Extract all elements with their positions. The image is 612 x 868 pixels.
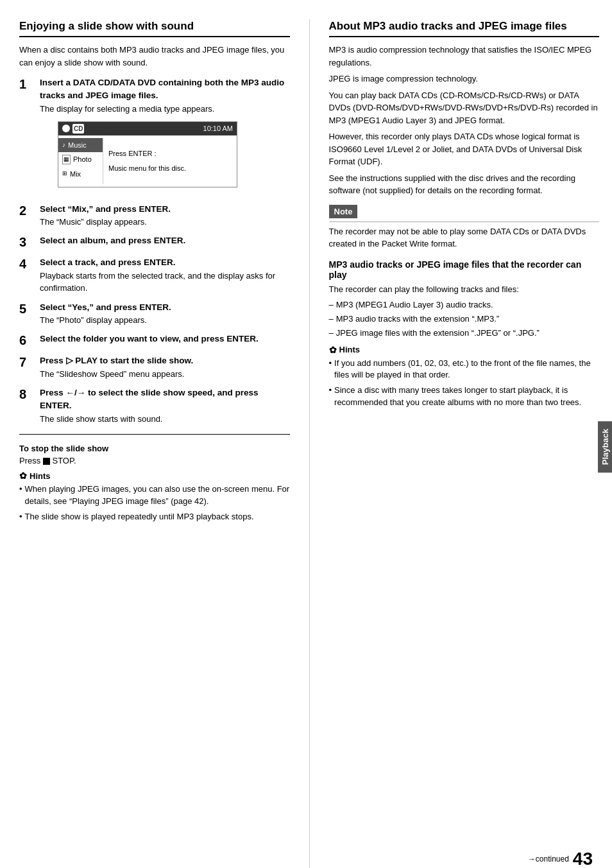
step-5-desc: The “Photo” display appears. <box>40 315 147 325</box>
display-menu-area: ♪ Music ▦ Photo ⊞ Mix <box>58 135 237 187</box>
right-hint-2: Since a disc with many trees takes longe… <box>329 385 600 409</box>
menu-music-label: Music <box>68 140 87 151</box>
step-3-title: Select an album, and press ENTER. <box>40 236 185 245</box>
page: Enjoying a slide show with sound When a … <box>0 13 612 868</box>
subsection-intro: The recorder can play the following trac… <box>329 283 600 296</box>
menu-photo-label: Photo <box>73 154 92 165</box>
step-7-num: 7 <box>19 354 37 380</box>
right-para-1: MP3 is audio compression technology that… <box>329 44 600 69</box>
step-6-content: Select the folder you want to view, and … <box>40 333 290 348</box>
left-hints-list: When playing JPEG images, you can also u… <box>19 483 290 523</box>
step-2: 2 Select “Mix,” and press ENTER. The “Mu… <box>19 203 290 229</box>
dash-item-2: MP3 audio tracks with the extension “.MP… <box>329 313 600 326</box>
right-hint-1: If you add numbers (01, 02, 03, etc.) to… <box>329 358 600 382</box>
cd-label: CD <box>72 124 84 134</box>
right-para-2: JPEG is image compression technology. <box>329 73 600 85</box>
step-7-content: Press ▷ PLAY to start the slide show. Th… <box>40 354 290 380</box>
step-8-title: Press ←/→ to select the slide show speed… <box>40 388 259 410</box>
display-icons: CD <box>62 124 84 134</box>
hints-gear-icon: ✿ <box>19 471 27 481</box>
right-para-3: You can play back DATA CDs (CD-ROMs/CD-R… <box>329 89 600 127</box>
left-hint-2: The slide show is played repeatedly unti… <box>19 511 290 523</box>
step-3-content: Select an album, and press ENTER. <box>40 234 290 250</box>
menu-items-list: ♪ Music ▦ Photo ⊞ Mix <box>58 138 103 184</box>
note-label: Note <box>329 205 600 221</box>
page-footer: →continued 43 <box>528 849 593 868</box>
step-2-desc: The “Music” display appears. <box>40 217 147 227</box>
step-4-desc: Playback starts from the selected track,… <box>40 271 275 293</box>
menu-item-photo: ▦ Photo <box>58 152 103 167</box>
step-8-desc: The slide show starts with sound. <box>40 414 162 424</box>
to-stop-section: To stop the slide show Press STOP. <box>19 444 290 465</box>
right-hints-list: If you add numbers (01, 02, 03, etc.) to… <box>329 358 600 409</box>
menu-mix-label: Mix <box>70 169 81 180</box>
left-intro: When a disc contains both MP3 audio trac… <box>19 44 290 69</box>
dash-list: MP3 (MPEG1 Audio Layer 3) audio tracks. … <box>329 299 600 340</box>
display-time: 10:10 AM <box>203 123 233 134</box>
note-badge: Note <box>329 205 358 218</box>
to-stop-text: Press STOP. <box>19 456 290 465</box>
step-7: 7 Press ▷ PLAY to start the slide show. … <box>19 354 290 380</box>
right-hints: ✿ Hints If you add numbers (01, 02, 03, … <box>329 345 600 409</box>
step-5-content: Select “Yes,” and press ENTER. The “Phot… <box>40 301 290 327</box>
step-7-desc: The “Slideshow Speed” menu appears. <box>40 369 184 379</box>
right-para-4: However, this recorder only plays DATA C… <box>329 130 600 168</box>
step-8-content: Press ←/→ to select the slide show speed… <box>40 386 290 425</box>
step-1-title: Insert a DATA CD/DATA DVD containing bot… <box>40 78 284 100</box>
right-hints-title: ✿ Hints <box>329 345 600 355</box>
step-4-num: 4 <box>19 256 37 294</box>
step-5-num: 5 <box>19 301 37 327</box>
step-1-desc: The display for selecting a media type a… <box>40 104 214 114</box>
right-hints-gear-icon: ✿ <box>329 345 337 355</box>
step-4-title: Select a track, and press ENTER. <box>40 257 176 267</box>
main-content: Enjoying a slide show with sound When a … <box>0 13 612 868</box>
step-2-content: Select “Mix,” and press ENTER. The “Musi… <box>40 203 290 229</box>
note-content: The recorder may not be able to play som… <box>329 221 600 250</box>
left-hints-title: ✿ Hints <box>19 471 290 481</box>
display-prompt1: Press ENTER : <box>108 148 232 159</box>
page-number: 43 <box>573 849 593 868</box>
right-column: About MP3 audio tracks and JPEG image fi… <box>310 19 600 868</box>
step-2-num: 2 <box>19 203 37 229</box>
left-hint-1: When playing JPEG images, you can also u… <box>19 483 290 508</box>
left-hints: ✿ Hints When playing JPEG images, you ca… <box>19 471 290 523</box>
stop-icon <box>43 458 50 465</box>
menu-item-mix: ⊞ Mix <box>58 167 103 182</box>
step-3-num: 3 <box>19 234 37 250</box>
step-1-content: Insert a DATA CD/DATA DVD containing bot… <box>40 76 290 196</box>
display-top-bar: CD 10:10 AM <box>58 122 237 135</box>
step-1: 1 Insert a DATA CD/DATA DVD containing b… <box>19 76 290 196</box>
to-stop-title: To stop the slide show <box>19 444 290 453</box>
dash-item-1: MP3 (MPEG1 Audio Layer 3) audio tracks. <box>329 299 600 311</box>
left-section-title: Enjoying a slide show with sound <box>19 19 290 37</box>
step-5-title: Select “Yes,” and press ENTER. <box>40 302 171 312</box>
right-section-title: About MP3 audio tracks and JPEG image fi… <box>329 19 600 37</box>
playback-sidebar-tab: Playback <box>598 421 612 473</box>
display-prompt-area: Press ENTER : Music menu for this disc. <box>103 138 237 184</box>
subsection-title: MP3 audio tracks or JPEG image files tha… <box>329 259 600 280</box>
left-column: Enjoying a slide show with sound When a … <box>19 19 310 868</box>
step-6-num: 6 <box>19 333 37 348</box>
continued-label: →continued <box>528 855 569 864</box>
step-4: 4 Select a track, and press ENTER. Playb… <box>19 256 290 294</box>
menu-item-music: ♪ Music <box>58 138 103 153</box>
step-3: 3 Select an album, and press ENTER. <box>19 234 290 250</box>
step-8: 8 Press ←/→ to select the slide show spe… <box>19 386 290 425</box>
step-4-content: Select a track, and press ENTER. Playbac… <box>40 256 290 294</box>
step-5: 5 Select “Yes,” and press ENTER. The “Ph… <box>19 301 290 327</box>
step-1-num: 1 <box>19 76 37 196</box>
step-2-title: Select “Mix,” and press ENTER. <box>40 204 171 214</box>
display-prompt2: Music menu for this disc. <box>108 163 232 174</box>
left-divider <box>19 434 290 435</box>
step-6-title: Select the folder you want to view, and … <box>40 334 259 343</box>
step-8-num: 8 <box>19 386 37 425</box>
display-box: CD 10:10 AM ♪ Music ▦ <box>58 121 237 187</box>
step-6: 6 Select the folder you want to view, an… <box>19 333 290 348</box>
step-7-title: Press ▷ PLAY to start the slide show. <box>40 356 193 365</box>
record-icon <box>62 125 70 132</box>
dash-item-3: JPEG image files with the extension “.JP… <box>329 327 600 340</box>
right-para-5: See the instructions supplied with the d… <box>329 172 600 197</box>
